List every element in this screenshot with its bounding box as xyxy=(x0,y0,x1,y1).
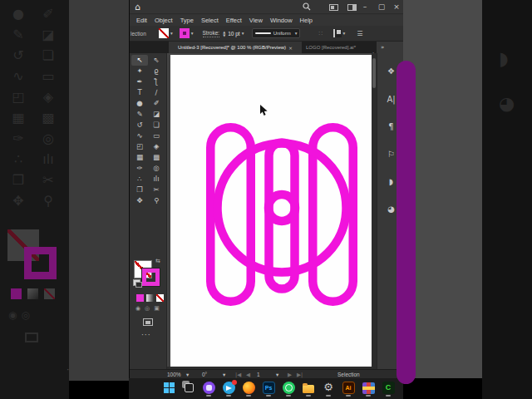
draw-behind-icon[interactable]: ◎ xyxy=(145,305,150,312)
tool-free-transform[interactable]: ▭ xyxy=(148,131,165,141)
gradient-button[interactable] xyxy=(146,294,154,302)
tool-zoom[interactable]: ⚲ xyxy=(148,195,165,206)
chevron-down-icon[interactable]: ▾ xyxy=(276,372,278,378)
tool-magic-wand[interactable]: ✦ xyxy=(131,66,148,76)
tool-shape-builder[interactable]: ◰ xyxy=(131,141,148,152)
tool-blend[interactable]: ◎ xyxy=(148,163,165,174)
rotation-value[interactable]: 0° xyxy=(202,372,207,377)
artboard[interactable] xyxy=(170,55,372,367)
telegram-icon[interactable] xyxy=(222,381,235,394)
chevron-down-icon[interactable]: ▾ xyxy=(191,31,194,36)
menu-type[interactable]: Type xyxy=(180,17,194,24)
menu-help[interactable]: Help xyxy=(300,17,313,24)
camtasia-icon[interactable]: C xyxy=(382,381,395,394)
first-artboard-icon[interactable]: |◀ xyxy=(235,372,241,378)
logo-artwork[interactable] xyxy=(206,123,357,306)
canvas-area[interactable]: ⌃ xyxy=(167,53,377,369)
draw-inside-icon[interactable]: ▣ xyxy=(154,305,160,312)
menu-object[interactable]: Object xyxy=(155,17,173,24)
tab-close-icon[interactable]: × xyxy=(288,45,293,51)
tool-pen[interactable]: ✒ xyxy=(131,76,148,87)
taskbar-telegram[interactable] xyxy=(222,381,235,397)
tool-mesh[interactable]: ▦ xyxy=(131,152,148,163)
tool-pencil[interactable]: ✎ xyxy=(131,109,148,120)
edit-toolbar-ellipsis[interactable]: ··· xyxy=(141,331,151,339)
taskbar-start[interactable] xyxy=(162,381,175,397)
tool-scale[interactable]: ❏ xyxy=(148,120,165,131)
scrollbar-thumb[interactable] xyxy=(372,58,376,88)
menu-edit[interactable]: Edit xyxy=(136,17,147,24)
step-down-icon[interactable]: ▼ xyxy=(223,34,225,37)
chevron-down-icon[interactable]: ▾ xyxy=(242,31,244,36)
tool-eraser[interactable]: ◪ xyxy=(148,109,165,120)
tool-hand[interactable]: ✥ xyxy=(131,195,148,206)
chevron-down-icon[interactable]: ▾ xyxy=(223,372,225,378)
search-icon[interactable] xyxy=(303,2,311,11)
stroke-color-swatch[interactable] xyxy=(180,28,190,38)
chevron-down-icon[interactable]: ▾ xyxy=(343,31,346,36)
tool-line-segment[interactable]: ∕ xyxy=(148,87,165,98)
arrange-documents-icon[interactable] xyxy=(329,4,338,11)
taskbar-camtasia[interactable]: C xyxy=(382,381,395,397)
tool-rotate[interactable]: ↺ xyxy=(131,120,148,131)
next-artboard-icon[interactable]: ▶ xyxy=(288,372,292,378)
menu-select[interactable]: Select xyxy=(201,17,219,24)
home-icon[interactable]: ⌂ xyxy=(135,2,140,12)
default-swatches-icon[interactable] xyxy=(133,279,140,286)
taskbar-file-explorer[interactable] xyxy=(302,381,315,397)
tool-direct-selection[interactable]: ⇖ xyxy=(148,55,165,66)
workspace-icon[interactable] xyxy=(347,4,357,11)
task-view-icon[interactable] xyxy=(182,381,195,394)
menu-effect[interactable]: Effect xyxy=(226,17,242,24)
stroke-profile-dropdown[interactable]: Uniform ▾ xyxy=(252,28,300,38)
taskbar-firefox[interactable] xyxy=(242,381,255,397)
taskbar-illustrator[interactable]: Ai xyxy=(342,381,355,397)
tool-width[interactable]: ∿ xyxy=(131,131,148,141)
stroke-swatch[interactable] xyxy=(142,268,160,286)
minimize-button[interactable]: – xyxy=(359,0,371,13)
taskbar-chat-app[interactable] xyxy=(202,381,215,397)
maximize-button[interactable]: ▢ xyxy=(376,0,387,13)
menu-view[interactable]: View xyxy=(249,17,263,24)
whatsapp-icon[interactable] xyxy=(282,381,295,394)
last-artboard-icon[interactable]: ▶| xyxy=(297,372,303,378)
close-button[interactable]: × xyxy=(391,0,402,13)
tab-logo-recovered[interactable]: LOGO [Recovered].ai* xyxy=(306,42,372,53)
taskbar-task-view[interactable] xyxy=(182,381,195,397)
stroke-label[interactable]: Stroke: xyxy=(203,30,220,37)
tool-type[interactable]: T xyxy=(131,87,148,98)
tool-eyedropper[interactable]: ✑ xyxy=(131,163,148,174)
prev-artboard-icon[interactable]: ◀ xyxy=(246,372,250,378)
tool-slice[interactable]: ✂ xyxy=(148,185,165,195)
tool-perspective-grid[interactable]: ◈ xyxy=(148,141,165,152)
tool-lasso[interactable]: ϱ xyxy=(148,66,165,76)
zoom-level[interactable]: 100% xyxy=(167,372,181,377)
fill-color-swatch[interactable] xyxy=(159,28,169,38)
menu-window[interactable]: Window xyxy=(270,17,293,24)
stroke-size-value[interactable]: 10 pt xyxy=(228,31,239,37)
start-icon[interactable] xyxy=(162,381,175,394)
tool-artboard[interactable]: ❒ xyxy=(131,185,148,195)
chevron-down-icon[interactable]: ▾ xyxy=(170,31,173,36)
tool-gradient[interactable]: ▩ xyxy=(148,152,165,163)
taskbar-winrar[interactable] xyxy=(362,381,375,397)
dock-collapse-button[interactable]: » xyxy=(377,42,403,53)
align-icon[interactable] xyxy=(333,29,342,37)
winrar-icon[interactable] xyxy=(362,381,375,394)
draw-normal-icon[interactable]: ◉ xyxy=(135,305,140,312)
taskbar-photoshop[interactable]: Ps xyxy=(262,381,275,397)
tab-untitled-3[interactable]: Untitled-3 [Recovered]* @ 100 % (RGB/Pre… xyxy=(169,42,302,53)
tool-paintbrush[interactable]: ✐ xyxy=(148,98,165,109)
panel-menu-icon[interactable]: ☰ xyxy=(357,30,362,37)
chat-app-icon[interactable] xyxy=(202,381,215,394)
screen-mode-icon[interactable] xyxy=(143,318,153,326)
firefox-icon[interactable] xyxy=(242,381,255,394)
isolate-icon[interactable]: ∷ xyxy=(318,30,323,37)
tool-ellipse[interactable]: ● xyxy=(131,98,148,109)
chevron-down-icon[interactable]: ▾ xyxy=(186,372,189,378)
swap-fill-stroke-icon[interactable]: ⇆ xyxy=(155,258,160,264)
none-button[interactable] xyxy=(156,294,164,302)
tool-curvature[interactable]: ƪ xyxy=(148,76,165,87)
file-explorer-icon[interactable] xyxy=(302,381,315,394)
taskbar-whatsapp[interactable] xyxy=(282,381,295,397)
